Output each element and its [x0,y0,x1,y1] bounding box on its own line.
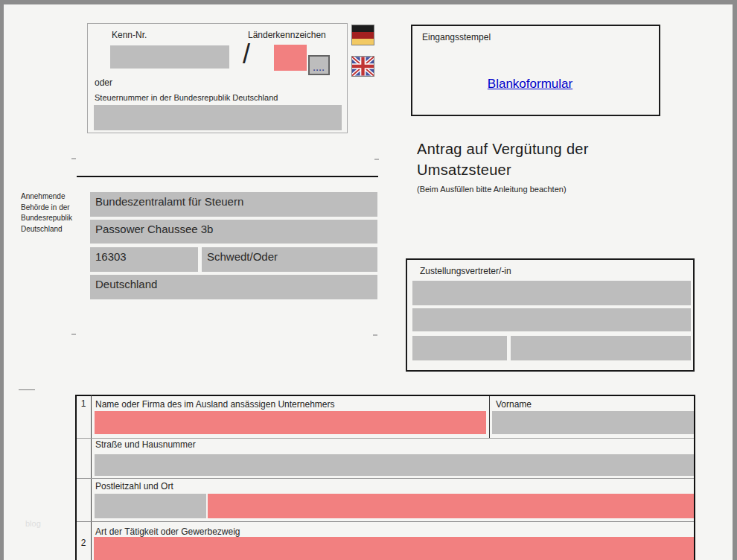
row2-number: 2 [77,538,89,548]
row-divider [77,478,694,479]
steuernummer-label: Steuernummer in der Bundesrepublik Deuts… [95,93,278,102]
kenn-nr-label: Kenn-Nr. [112,30,147,40]
slash-separator: / [243,39,250,70]
strasse-input[interactable] [95,454,694,476]
form-screenshot: Kenn-Nr. / Länderkennzeichen .... oder S… [0,0,737,560]
german-flag-icon[interactable] [351,25,374,45]
fold-mark [19,389,35,390]
kenn-nr-input[interactable] [110,45,229,69]
page-subtitle: (Beim Ausfüllen bitte Anleitung beachten… [417,185,567,194]
number-column-divider [91,395,92,560]
row1-number: 1 [77,398,89,409]
crop-mark [71,158,76,159]
laenderkennzeichen-label: Länderkennzeichen [248,30,326,40]
row1-cell-divider [489,396,490,438]
oder-label: oder [95,77,112,88]
lookup-dots-button[interactable]: .... [308,55,330,75]
crop-mark [373,334,377,336]
crop-mark [374,159,379,160]
delegate-city-input[interactable] [511,336,691,360]
plz-ort-label: Postleitzahl und Ort [95,481,173,491]
ort-input[interactable] [208,494,694,518]
authority-side-label: Annehmende Behörde in der Bundesrepublik… [21,191,92,235]
taetigkeit-input[interactable] [94,537,694,560]
name-firma-input[interactable] [95,411,486,434]
authority-city-field[interactable]: Schwedt/Oder [202,247,377,272]
delegate-name-input[interactable] [412,281,691,305]
eingangsstempel-label: Eingangsstempel [422,32,491,42]
laenderkennzeichen-input[interactable] [274,45,307,71]
page-title: Antrag auf Vergütung der Umsatzsteuer [417,139,685,180]
authority-name-field[interactable]: Bundeszentralamt für Steuern [90,192,377,217]
delegate-street-input[interactable] [412,308,691,331]
plz-input[interactable] [95,494,206,518]
header-rule [77,176,378,177]
delegate-label: Zustellungsvertreter/-in [420,266,511,276]
page-title-line2: Umsatzsteuer [417,159,685,180]
strasse-label: Straße und Hausnummer [95,439,196,450]
authority-country-field[interactable]: Deutschland [90,275,377,299]
page-title-line1: Antrag auf Vergütung der [417,139,685,159]
taetigkeit-label: Art der Tätigkeit oder Gewerbezweig [95,526,240,537]
authority-postal-code-field[interactable]: 16303 [90,247,198,272]
row-divider [77,438,694,439]
crop-mark [71,334,76,335]
uk-flag-icon[interactable] [351,56,374,77]
watermark-text: blog [25,519,41,528]
name-firma-label: Name oder Firma des im Ausland ansässige… [95,399,334,410]
blankoformular-link[interactable]: Blankoformular [411,77,649,92]
vorname-input[interactable] [492,411,694,434]
vorname-label: Vorname [496,399,532,410]
authority-street-field[interactable]: Passower Chaussee 3b [90,220,377,244]
delegate-postal-input[interactable] [412,336,507,360]
row-divider [77,521,694,522]
steuernummer-input[interactable] [94,105,342,130]
